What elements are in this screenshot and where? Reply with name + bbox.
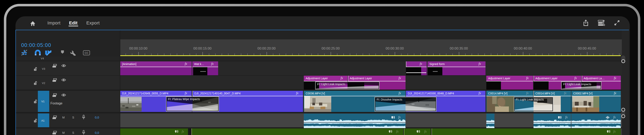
svg-text:CC: CC <box>85 51 88 54</box>
